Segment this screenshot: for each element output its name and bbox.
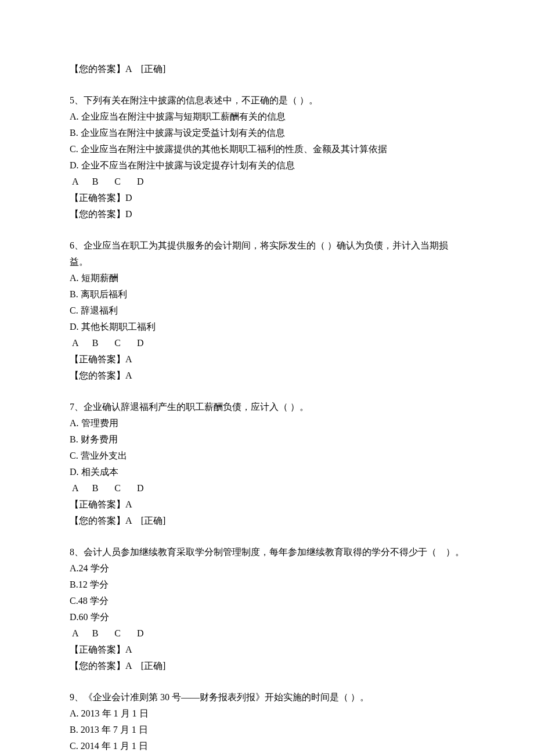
option-a: A. 管理费用 xyxy=(70,415,464,431)
option-c: C. 2014 年 1 月 1 日 xyxy=(70,738,464,754)
option-b: B.12 学分 xyxy=(70,577,464,593)
question-4-tail: 【您的答案】A [正确] xyxy=(70,61,464,77)
document-page: 【您的答案】A [正确] 5、下列有关在附注中披露的信息表述中，不正确的是（ ）… xyxy=(0,0,534,756)
your-answer: 【您的答案】A [正确] xyxy=(70,513,464,529)
correct-answer: 【正确答案】A xyxy=(70,351,464,368)
choice-row: A B C D xyxy=(70,174,464,190)
your-answer: 【您的答案】A xyxy=(70,368,464,384)
question-stem: 8、会计人员参加继续教育采取学分制管理制度，每年参加继续教育取得的学分不得少于（… xyxy=(70,544,464,560)
option-a: A. 企业应当在附注中披露与短期职工薪酬有关的信息 xyxy=(70,109,464,125)
option-b: B. 企业应当在附注中披露与设定受益计划有关的信息 xyxy=(70,125,464,141)
question-5: 5、下列有关在附注中披露的信息表述中，不正确的是（ ）。 A. 企业应当在附注中… xyxy=(70,92,464,222)
option-c: C. 营业外支出 xyxy=(70,448,464,464)
correct-answer: 【正确答案】A xyxy=(70,642,464,658)
question-stem: 6、企业应当在职工为其提供服务的会计期间，将实际发生的（ ）确认为负债，并计入当… xyxy=(70,237,464,270)
option-b: B. 离职后福利 xyxy=(70,286,464,303)
question-8: 8、会计人员参加继续教育采取学分制管理制度，每年参加继续教育取得的学分不得少于（… xyxy=(70,544,464,674)
choice-row: A B C D xyxy=(70,625,464,642)
question-9: 9、《企业会计准则第 30 号——财务报表列报》开始实施的时间是（ ）。 A. … xyxy=(70,689,464,754)
correct-answer: 【正确答案】A xyxy=(70,496,464,513)
option-d: D. 企业不应当在附注中披露与设定提存计划有关的信息 xyxy=(70,157,464,174)
your-answer: 【您的答案】D xyxy=(70,206,464,222)
question-7: 7、企业确认辞退福利产生的职工薪酬负债，应计入（ ）。 A. 管理费用 B. 财… xyxy=(70,399,464,529)
correct-answer: 【正确答案】D xyxy=(70,190,464,206)
choice-row: A B C D xyxy=(70,480,464,496)
option-c: C. 企业应当在附注中披露提供的其他长期职工福利的性质、金额及其计算依据 xyxy=(70,141,464,157)
option-b: B. 财务费用 xyxy=(70,431,464,448)
your-answer: 【您的答案】A [正确] xyxy=(70,658,464,674)
question-stem: 7、企业确认辞退福利产生的职工薪酬负债，应计入（ ）。 xyxy=(70,399,464,415)
question-stem: 5、下列有关在附注中披露的信息表述中，不正确的是（ ）。 xyxy=(70,92,464,109)
question-stem: 9、《企业会计准则第 30 号——财务报表列报》开始实施的时间是（ ）。 xyxy=(70,689,464,705)
option-a: A. 2013 年 1 月 1 日 xyxy=(70,705,464,722)
option-d: D. 相关成本 xyxy=(70,464,464,480)
option-b: B. 2013 年 7 月 1 日 xyxy=(70,722,464,738)
option-d: D. 其他长期职工福利 xyxy=(70,319,464,335)
option-c: C. 辞退福利 xyxy=(70,303,464,319)
option-d: D.60 学分 xyxy=(70,609,464,625)
option-c: C.48 学分 xyxy=(70,593,464,609)
option-a: A.24 学分 xyxy=(70,560,464,577)
your-answer: 【您的答案】A [正确] xyxy=(70,61,464,77)
choice-row: A B C D xyxy=(70,335,464,351)
question-6: 6、企业应当在职工为其提供服务的会计期间，将实际发生的（ ）确认为负债，并计入当… xyxy=(70,237,464,384)
option-a: A. 短期薪酬 xyxy=(70,270,464,286)
